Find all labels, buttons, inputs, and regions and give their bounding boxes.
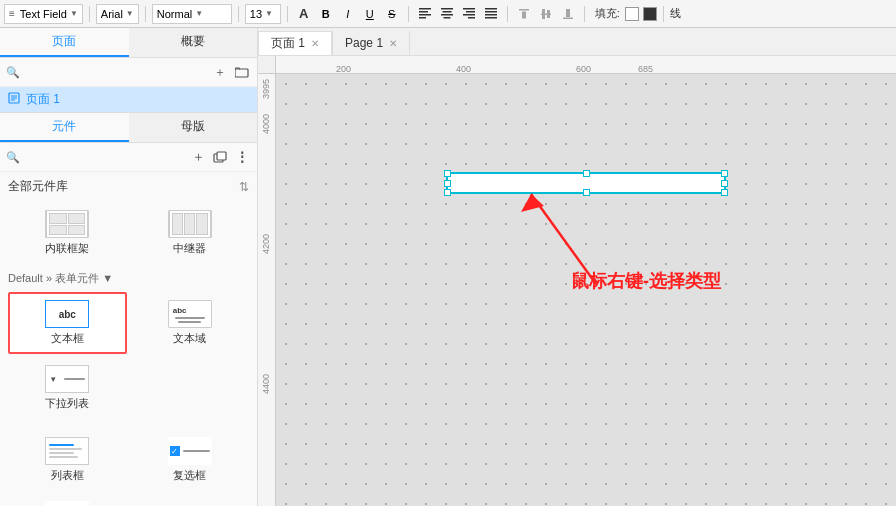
canvas-wrapper: 200 400 600 685 3995 4000 4200 4400 xyxy=(258,56,896,506)
divider-7 xyxy=(584,6,585,22)
align-right-button[interactable] xyxy=(459,4,479,24)
inline-frame-label: 内联框架 xyxy=(45,241,89,256)
comp-relay[interactable]: 中继器 xyxy=(131,203,250,263)
tab-pages[interactable]: 页面 xyxy=(0,28,129,57)
font-size-dropdown[interactable]: 13 ▼ xyxy=(245,4,281,24)
handle-br[interactable] xyxy=(721,189,728,196)
font-family-label: Arial xyxy=(101,8,123,20)
divider-6 xyxy=(507,6,508,22)
svg-rect-11 xyxy=(468,17,475,19)
add-comp-button[interactable]: ＋ xyxy=(189,148,207,166)
page-item-1[interactable]: 页面 1 xyxy=(0,87,257,112)
main-content: 页面 概要 🔍 ＋ 页面 1 xyxy=(0,28,896,506)
tab-overview[interactable]: 概要 xyxy=(129,28,258,57)
strikethrough-button[interactable]: S xyxy=(382,4,402,24)
canvas-content[interactable]: 鼠标右键-选择类型 xyxy=(276,74,896,506)
comp-tabs: 元件 母版 xyxy=(0,113,257,143)
font-color-button[interactable]: A xyxy=(294,4,314,24)
svg-rect-12 xyxy=(485,8,497,10)
components-section: 元件 母版 🔍 ＋ ⋮ 全部元件库 ⇅ xyxy=(0,113,257,506)
align-center-button[interactable] xyxy=(437,4,457,24)
handle-bl[interactable] xyxy=(444,189,451,196)
tab-components[interactable]: 元件 xyxy=(0,113,129,142)
comp-checkbox[interactable]: ✓ 复选框 xyxy=(131,430,250,490)
ruler-mark-600: 600 xyxy=(576,64,591,73)
align-justify-icon xyxy=(485,7,497,21)
comp-inline-frame[interactable]: 内联框架 xyxy=(8,203,127,263)
font-style-label: Normal xyxy=(157,8,192,20)
add-page-button[interactable]: ＋ xyxy=(211,63,229,81)
font-family-dropdown[interactable]: Arial ▼ xyxy=(96,4,139,24)
valign-middle-button[interactable] xyxy=(536,4,556,24)
comp-search-input[interactable] xyxy=(24,147,185,167)
bold-icon: B xyxy=(322,8,330,20)
align-justify-button[interactable] xyxy=(481,4,501,24)
underline-icon: U xyxy=(366,8,374,20)
pages-search-icon: 🔍 xyxy=(6,66,20,79)
canvas-tab-1-label: 页面 1 xyxy=(271,35,305,52)
text-field-icon: abc xyxy=(45,300,89,328)
font-family-arrow: ▼ xyxy=(126,9,134,18)
form-comp-grid-2: 列表框 ✓ 复选框 单选按钮 xyxy=(0,426,257,506)
svg-line-30 xyxy=(531,194,596,284)
pages-search-input[interactable] xyxy=(24,62,207,82)
svg-rect-17 xyxy=(522,11,526,18)
canvas-tabs: 页面 1 ✕ Page 1 ✕ xyxy=(258,28,896,56)
align-left-icon xyxy=(419,7,431,21)
font-size-arrow: ▼ xyxy=(265,9,273,18)
checkbox-icon: ✓ xyxy=(168,437,212,465)
relay-label: 中继器 xyxy=(173,241,206,256)
handle-tl[interactable] xyxy=(444,170,451,177)
bold-button[interactable]: B xyxy=(316,4,336,24)
italic-button[interactable]: I xyxy=(338,4,358,24)
ruler-mark-3995: 3995 xyxy=(261,79,271,99)
comp-dropdown[interactable]: ▼ 下拉列表 xyxy=(8,358,127,418)
folder-button[interactable] xyxy=(233,63,251,81)
valign-top-button[interactable] xyxy=(514,4,534,24)
underline-button[interactable]: U xyxy=(360,4,380,24)
valign-bottom-button[interactable] xyxy=(558,4,578,24)
font-style-dropdown[interactable]: Normal ▼ xyxy=(152,4,232,24)
component-type-dropdown[interactable]: ≡ Text Field ▼ xyxy=(4,4,83,24)
main-toolbar: ≡ Text Field ▼ Arial ▼ Normal ▼ 13 ▼ A B… xyxy=(0,0,896,28)
ruler-mark-200: 200 xyxy=(336,64,351,73)
comp-listbox[interactable]: 列表框 xyxy=(8,430,127,490)
canvas-tab-2-close[interactable]: ✕ xyxy=(389,38,397,49)
fill-label: 填充: xyxy=(595,6,620,21)
svg-rect-3 xyxy=(419,17,426,19)
line-label: 线 xyxy=(670,6,681,21)
category-label: Default » 表单元件 ▼ xyxy=(0,267,257,288)
fill-color-dark[interactable] xyxy=(643,7,657,21)
fill-color-white[interactable] xyxy=(625,7,639,21)
copy-comp-button[interactable] xyxy=(211,148,229,166)
comp-text-field[interactable]: abc 文本框 xyxy=(8,292,127,354)
handle-tr[interactable] xyxy=(721,170,728,177)
canvas-tab-2[interactable]: Page 1 ✕ xyxy=(332,31,410,55)
svg-rect-0 xyxy=(419,8,431,10)
tab-masters[interactable]: 母版 xyxy=(129,113,258,142)
divider-8 xyxy=(663,6,664,22)
page-icon xyxy=(8,92,20,107)
align-left-button[interactable] xyxy=(415,4,435,24)
handle-ml[interactable] xyxy=(444,180,451,187)
handle-mr[interactable] xyxy=(721,180,728,187)
comp-search-row: 🔍 ＋ ⋮ xyxy=(0,143,257,172)
svg-rect-14 xyxy=(485,14,497,16)
ruler-marks: 200 400 600 685 xyxy=(276,56,896,73)
component-type-arrow: ▼ xyxy=(70,9,78,18)
listbox-label: 列表框 xyxy=(51,468,84,483)
ruler-mark-400: 400 xyxy=(456,64,471,73)
checkbox-label: 复选框 xyxy=(173,468,206,483)
svg-rect-7 xyxy=(443,17,450,19)
canvas-tab-1[interactable]: 页面 1 ✕ xyxy=(258,31,332,55)
comp-radio[interactable]: 单选按钮 xyxy=(8,494,127,506)
svg-rect-1 xyxy=(419,11,428,13)
comp-section-title: 全部元件库 ⇅ xyxy=(0,172,257,199)
divider-1 xyxy=(89,6,90,22)
more-comp-button[interactable]: ⋮ xyxy=(233,148,251,166)
align-right-icon xyxy=(463,7,475,21)
sort-icon[interactable]: ⇅ xyxy=(239,180,249,194)
comp-text-area[interactable]: abc 文本域 xyxy=(131,292,250,354)
canvas-tab-1-close[interactable]: ✕ xyxy=(311,38,319,49)
radio-icon xyxy=(45,501,89,506)
